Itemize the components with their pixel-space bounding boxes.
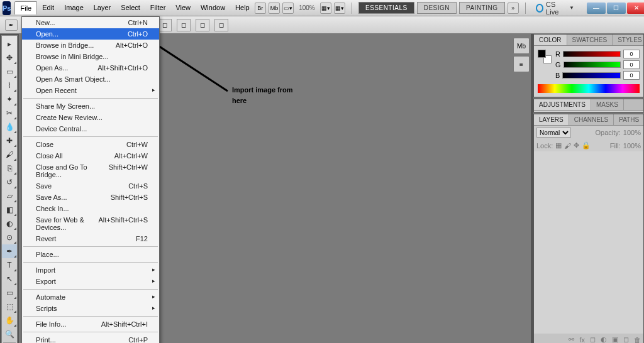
menu-item-open[interactable]: Open...Ctrl+O [22, 28, 159, 40]
menu-item-place[interactable]: Place... [22, 249, 159, 260]
path-op-icon[interactable]: ◻ [177, 19, 191, 31]
minibridge-icon[interactable]: Mb [269, 3, 280, 14]
menu-item-open-as-smart-object[interactable]: Open As Smart Object... [22, 74, 159, 85]
menu-select[interactable]: Select [116, 1, 145, 14]
menu-item-open-as[interactable]: Open As...Alt+Shift+Ctrl+O [22, 62, 159, 74]
history-brush-tool[interactable]: ↺ [2, 175, 17, 189]
menu-item-save-for-web-devices[interactable]: Save for Web & Devices...Alt+Shift+Ctrl+… [22, 214, 159, 233]
adjustment-layer-icon[interactable]: ◐ [601, 335, 607, 343]
menu-window[interactable]: Window [196, 1, 230, 14]
tab-swatches[interactable]: SWATCHES [567, 35, 613, 45]
menu-item-export[interactable]: Export [22, 276, 159, 287]
hand-tool[interactable]: ✋ [2, 313, 17, 327]
menu-item-browse-in-bridge[interactable]: Browse in Bridge...Alt+Ctrl+O [22, 40, 159, 51]
minimize-button[interactable]: — [587, 3, 606, 14]
shape-tool[interactable]: ▭ [2, 286, 17, 300]
crop-tool[interactable]: ✂ [2, 106, 17, 120]
workspace-painting[interactable]: PAINTING [459, 2, 504, 14]
bridge-icon[interactable]: Br [255, 3, 266, 14]
menu-item-open-recent[interactable]: Open Recent [22, 85, 159, 96]
gradient-tool[interactable]: ◧ [2, 203, 17, 217]
delete-layer-icon[interactable]: 🗑 [634, 336, 641, 344]
blend-mode-select[interactable]: Normal [536, 128, 571, 138]
layer-style-icon[interactable]: fx [579, 336, 585, 344]
type-tool[interactable]: T [2, 258, 17, 272]
b-slider[interactable] [562, 72, 621, 79]
tab-channels[interactable]: CHANNELS [569, 114, 614, 125]
history-panel-icon[interactable]: ≡ [513, 56, 530, 72]
menu-item-close[interactable]: CloseCtrl+W [22, 139, 159, 150]
cslive-button[interactable]: CS Live▼ [532, 1, 578, 16]
marquee-tool[interactable]: ▭ [2, 65, 17, 79]
tab-paths[interactable]: PATHS [614, 114, 644, 125]
r-value[interactable]: 0 [623, 50, 640, 58]
layer-mask-icon[interactable]: ◻ [590, 335, 596, 343]
link-layers-icon[interactable]: ⚯ [569, 335, 574, 343]
minibridge-panel-icon[interactable]: Mb [513, 38, 530, 54]
menu-item-check-in[interactable]: Check In... [22, 203, 159, 214]
color-ramp[interactable] [538, 84, 640, 93]
menu-item-browse-in-mini-bridge[interactable]: Browse in Mini Bridge... [22, 51, 159, 62]
menu-item-device-central[interactable]: Device Central... [22, 123, 159, 134]
eyedropper-tool[interactable]: 💧 [2, 120, 17, 134]
g-value[interactable]: 0 [623, 60, 640, 69]
menu-item-share-my-screen[interactable]: Share My Screen... [22, 101, 159, 112]
menu-file[interactable]: File [14, 1, 37, 14]
arrange-icon[interactable]: ▦▾ [320, 3, 331, 14]
dodge-tool[interactable]: ⊙ [2, 231, 17, 244]
pen-tool-preset-icon[interactable]: ✒ [5, 19, 18, 31]
3d-tool[interactable]: ⬚ [2, 300, 17, 313]
menu-item-save[interactable]: SaveCtrl+S [22, 180, 159, 192]
lock-position-icon[interactable]: ✥ [574, 141, 579, 150]
tab-color[interactable]: COLOR [534, 35, 567, 45]
fg-color-swatch[interactable] [538, 50, 546, 58]
zoom-level[interactable]: 100% [296, 4, 318, 11]
tab-masks[interactable]: MASKS [591, 99, 624, 110]
stamp-tool[interactable]: ⎘ [2, 161, 17, 175]
menu-item-save-as[interactable]: Save As...Shift+Ctrl+S [22, 192, 159, 203]
blur-tool[interactable]: ◐ [2, 217, 17, 231]
heal-tool[interactable]: ✚ [2, 134, 17, 148]
menu-item-new[interactable]: New...Ctrl+N [22, 17, 159, 28]
menu-view[interactable]: View [170, 1, 196, 14]
menu-filter[interactable]: Filter [145, 1, 170, 14]
menu-item-create-new-review[interactable]: Create New Review... [22, 112, 159, 123]
menu-item-close-and-go-to-bridge[interactable]: Close and Go To Bridge...Shift+Ctrl+W [22, 161, 159, 180]
path-op-icon[interactable]: ◻ [214, 19, 228, 31]
path-op-icon[interactable]: ◻ [196, 19, 209, 31]
eraser-tool[interactable]: ▱ [2, 189, 17, 203]
lock-all-icon[interactable]: 🔒 [582, 141, 591, 150]
brush-tool[interactable]: 🖌 [2, 148, 17, 161]
maximize-button[interactable]: ☐ [607, 3, 626, 14]
tab-layers[interactable]: LAYERS [534, 114, 569, 125]
pen-tool[interactable]: ✒ [2, 244, 17, 258]
workspace-design[interactable]: DESIGN [417, 2, 457, 14]
collapse-icon[interactable]: ▸ [2, 37, 17, 51]
path-select-tool[interactable]: ↖ [2, 272, 17, 286]
new-layer-icon[interactable]: ◻ [623, 335, 629, 343]
workspace-essentials[interactable]: ESSENTIALS [358, 2, 414, 14]
menu-item-scripts[interactable]: Scripts [22, 303, 159, 314]
menu-help[interactable]: Help [230, 1, 255, 14]
wand-tool[interactable]: ✦ [2, 92, 17, 106]
menu-layer[interactable]: Layer [89, 1, 116, 14]
g-slider[interactable] [564, 62, 621, 68]
r-slider[interactable] [563, 51, 621, 57]
menu-image[interactable]: Image [59, 1, 89, 14]
move-tool[interactable]: ✥ [2, 51, 17, 65]
menu-item-import[interactable]: Import [22, 264, 159, 276]
lock-transparency-icon[interactable]: ▦ [555, 141, 562, 150]
zoom-tool[interactable]: 🔍 [2, 327, 17, 341]
close-button[interactable]: ✕ [627, 3, 644, 14]
opacity-value[interactable]: 100% [623, 129, 641, 136]
menu-item-print[interactable]: Print...Ctrl+P [22, 334, 159, 343]
tab-adjustments[interactable]: ADJUSTMENTS [534, 99, 591, 110]
screen-mode-icon[interactable]: ▭▾ [282, 3, 294, 14]
extras-icon[interactable]: ▦▾ [334, 3, 345, 14]
menu-edit[interactable]: Edit [37, 1, 59, 14]
lock-pixels-icon[interactable]: 🖌 [564, 142, 571, 150]
tab-styles[interactable]: STYLES [613, 35, 644, 45]
b-value[interactable]: 0 [623, 71, 640, 80]
menu-item-close-all[interactable]: Close AllAlt+Ctrl+W [22, 150, 159, 161]
lasso-tool[interactable]: ⌇ [2, 79, 17, 92]
